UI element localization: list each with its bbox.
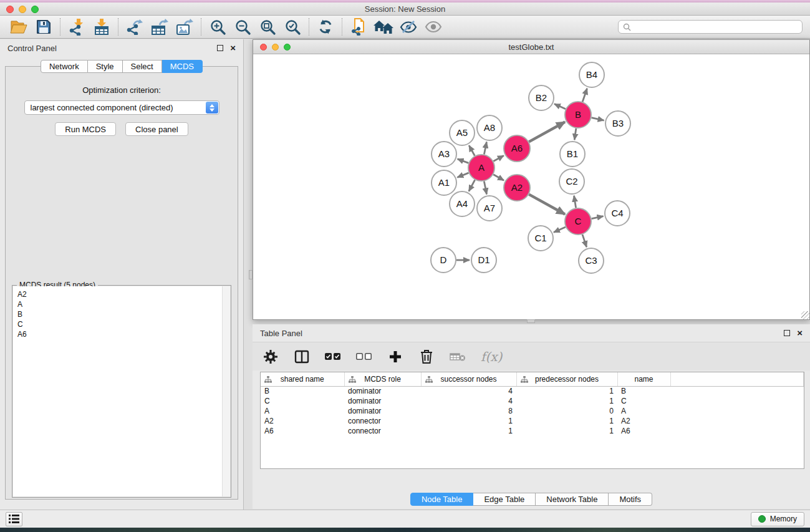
column-header-name[interactable]: name (617, 372, 670, 386)
network-window-controls (260, 44, 291, 51)
delete-column-icon[interactable] (418, 347, 435, 366)
table-panel: Table Panel × f(x) (253, 324, 810, 509)
result-item[interactable]: A2 (17, 289, 226, 299)
graph-edge-C-C1[interactable] (554, 227, 566, 233)
zoom-fit-icon[interactable] (255, 16, 280, 37)
export-image-icon[interactable] (172, 16, 197, 37)
delete-table-icon[interactable] (450, 347, 466, 366)
graph-node-label: B4 (586, 69, 597, 80)
table-panel-title: Table Panel (260, 329, 302, 338)
save-session-icon[interactable] (31, 16, 56, 37)
graph-edge-A-A3[interactable] (458, 159, 469, 163)
graph-edge-A-A8[interactable] (484, 142, 486, 155)
tab-style[interactable]: Style (88, 60, 123, 73)
result-item[interactable]: B (17, 309, 226, 319)
add-column-icon[interactable] (387, 347, 403, 366)
network-zoom-button[interactable] (284, 44, 291, 51)
optimization-select[interactable]: largest connected component (directed) (24, 100, 219, 115)
graph-edge-B-B3[interactable] (591, 118, 604, 120)
memory-button[interactable]: Memory (751, 512, 804, 526)
graph-edge-B-B4[interactable] (582, 89, 587, 102)
graph-edge-A-A7[interactable] (484, 181, 486, 195)
result-item[interactable]: A6 (17, 329, 226, 339)
table-header-row: shared nameMCDS rolesuccessor nodesprede… (261, 372, 804, 386)
graph-node-label: A2 (511, 182, 523, 193)
home-icon[interactable] (371, 16, 396, 37)
import-network-icon[interactable] (64, 16, 89, 37)
close-table-panel-icon[interactable]: × (797, 330, 803, 336)
tab-network[interactable]: Network (41, 60, 88, 73)
result-item[interactable]: A (17, 299, 226, 309)
hide-graphics-details-icon[interactable] (396, 16, 421, 37)
function-builder-icon[interactable]: f(x) (481, 347, 502, 366)
graph-edge-A-A1[interactable] (457, 173, 468, 177)
show-graphics-details-icon[interactable] (421, 16, 446, 37)
tab-motifs[interactable]: Motifs (609, 493, 652, 506)
graph-node-label: C1 (534, 233, 546, 243)
float-table-panel-icon[interactable] (784, 330, 790, 336)
zoom-out-icon[interactable] (230, 16, 255, 37)
graph-node-label: C4 (611, 208, 623, 218)
graph-edge-B-B1[interactable] (574, 128, 576, 140)
column-header-successor-nodes[interactable]: successor nodes (421, 372, 516, 386)
graph-edge-A6-B[interactable] (529, 122, 565, 142)
select-all-icon[interactable] (325, 347, 341, 366)
network-close-button[interactable] (260, 44, 267, 51)
close-window-button[interactable] (6, 6, 14, 13)
graph-edge-C-C3[interactable] (582, 235, 587, 247)
control-panel-title: Control Panel (7, 44, 57, 53)
table-cell: dominator (344, 396, 421, 406)
column-header-MCDS-role[interactable]: MCDS role (344, 372, 421, 386)
zoom-window-button[interactable] (31, 6, 39, 13)
table-row[interactable]: A6connector11A6 (261, 426, 804, 436)
export-network-icon[interactable] (122, 16, 147, 37)
gear-icon[interactable] (263, 347, 279, 366)
graph-edge-B-B2[interactable] (554, 104, 566, 109)
split-columns-icon[interactable] (294, 347, 310, 366)
vertical-divider-handle[interactable] (249, 270, 253, 279)
table-cell: 1 (516, 416, 617, 426)
graph-edge-A-A5[interactable] (469, 145, 475, 156)
table-row[interactable]: Adominator80A (261, 406, 804, 416)
column-header-shared-name[interactable]: shared name (261, 372, 344, 386)
network-canvas[interactable]: B4B2BB3A8A5A6A3B1AA1C2A2A4A7C4CC1C3DD1 (253, 55, 809, 319)
float-panel-icon[interactable] (217, 45, 223, 51)
network-minimize-button[interactable] (272, 44, 279, 51)
graph-edge-A-A2[interactable] (493, 175, 504, 180)
graph-edge-A2-C[interactable] (529, 195, 565, 215)
clone-network-icon[interactable] (346, 16, 371, 37)
resize-grip-icon[interactable] (801, 311, 809, 319)
tab-network-table[interactable]: Network Table (536, 493, 609, 506)
graph-edge-A-A4[interactable] (469, 180, 475, 191)
graph-edge-C-C4[interactable] (592, 216, 604, 219)
deselect-all-icon[interactable] (356, 347, 372, 366)
search-field[interactable] (618, 20, 803, 34)
graph-edge-A-A6[interactable] (493, 155, 504, 161)
result-scrollbar[interactable] (222, 286, 230, 496)
task-list-button[interactable] (6, 512, 22, 526)
tab-mcds[interactable]: MCDS (162, 60, 203, 73)
column-header-predecessor-nodes[interactable]: predecessor nodes (516, 372, 617, 386)
close-panel-icon[interactable]: × (230, 45, 236, 51)
result-item[interactable]: C (17, 319, 226, 329)
table-row[interactable]: Cdominator41C (261, 396, 804, 406)
graph-node-label: A (478, 162, 485, 173)
table-row[interactable]: Bdominator41B (261, 386, 804, 396)
open-file-icon[interactable] (6, 16, 31, 37)
horizontal-divider-handle[interactable] (527, 319, 535, 323)
table-row[interactable]: A2connector11A2 (261, 416, 804, 426)
refresh-icon[interactable] (313, 16, 338, 37)
tab-node-table[interactable]: Node Table (410, 493, 474, 506)
import-table-icon[interactable] (89, 16, 114, 37)
graph-edge-C-C2[interactable] (574, 196, 576, 208)
export-table-icon[interactable] (147, 16, 172, 37)
run-mcds-button[interactable]: Run MCDS (55, 122, 116, 136)
zoom-in-icon[interactable] (205, 16, 230, 37)
network-window-titlebar[interactable]: testGlobe.txt (253, 40, 809, 54)
tab-edge-table[interactable]: Edge Table (473, 493, 536, 506)
search-input[interactable] (634, 22, 798, 31)
minimize-window-button[interactable] (19, 6, 26, 13)
tab-select[interactable]: Select (123, 60, 162, 73)
zoom-selected-icon[interactable] (280, 16, 305, 37)
close-panel-button[interactable]: Close panel (125, 122, 188, 136)
